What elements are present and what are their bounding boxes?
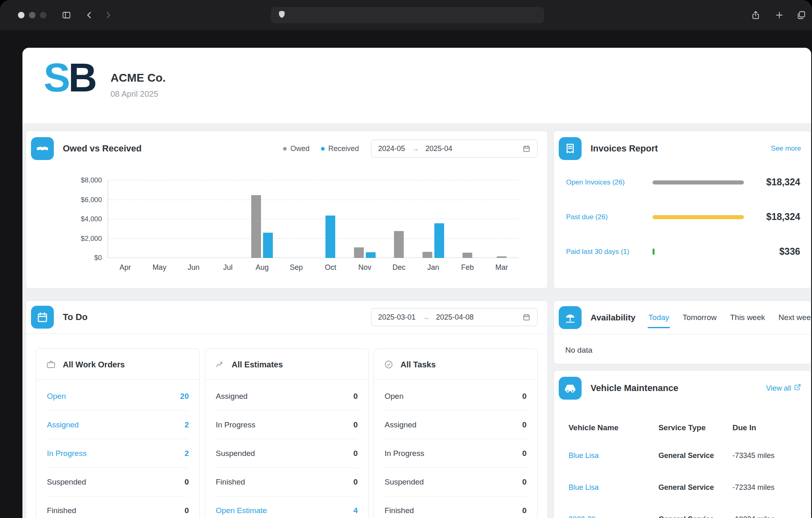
legend-label: Owed [290, 145, 310, 153]
todo-row: Assigned0 [216, 382, 358, 411]
vehicle-name-link[interactable]: 2023-20 [563, 503, 658, 518]
todo-row-label: In Progress [385, 449, 424, 458]
invoice-label-link[interactable]: Open Invoices (26) [566, 178, 653, 187]
todo-row[interactable]: Assigned2 [47, 411, 189, 439]
app-logo: SB [44, 58, 95, 98]
owed-vs-received-card: Owed vs Received OwedReceived 2024-05 → … [26, 131, 548, 289]
todo-card: To Do 2025-03-01 → 2025-04-08 All Work O… [26, 300, 548, 518]
vehicle-row: Blue LisaGeneral Service-73345 miles [563, 440, 802, 471]
invoice-label-link[interactable]: Past due (26) [566, 213, 653, 221]
todo-row-value: 0 [184, 506, 189, 515]
bar-group: Mar [485, 180, 519, 258]
todo-row[interactable]: In Progress2 [47, 439, 189, 468]
todo-row: Suspended0 [385, 468, 527, 496]
vehicle-due-in: -10234 miles [732, 503, 802, 518]
todo-panel: All Work OrdersOpen20Assigned2In Progres… [36, 349, 200, 518]
vehicle-name-link[interactable]: Blue Lisa [563, 440, 658, 471]
zoom-window-button[interactable] [40, 12, 46, 18]
availability-tab-tomorrow[interactable]: Tomorrow [683, 313, 717, 322]
vehicle-service-type: General Service [658, 440, 732, 471]
y-axis-tick-label: $2,000 [66, 235, 102, 243]
sidebar-toggle-icon [62, 10, 71, 21]
bar-group: Sep [279, 180, 314, 258]
bar-received [325, 216, 335, 258]
x-axis-tick-label: Aug [245, 263, 279, 272]
new-tab-button[interactable] [773, 9, 785, 22]
see-more-link[interactable]: See more [771, 145, 801, 153]
forward-button[interactable] [102, 9, 114, 22]
todo-rows: Open20Assigned2In Progress2Suspended0Fin… [36, 380, 199, 518]
x-axis-tick-label: Nov [347, 263, 382, 272]
sidebar-toggle-button[interactable] [60, 9, 73, 22]
vehicle-maintenance-card: Vehicle Maintenance View all Vehicle Nam… [553, 370, 811, 518]
x-axis-tick-label: Dec [382, 263, 416, 272]
back-icon [84, 10, 94, 21]
todo-row-label: Finished [385, 506, 414, 515]
invoice-rows: Open Invoices (26)$18,324Past due (26)$1… [554, 160, 811, 269]
close-window-button[interactable] [18, 12, 24, 18]
todo-panels: All Work OrdersOpen20Assigned2In Progres… [36, 349, 538, 518]
availability-tab-today[interactable]: Today [648, 313, 669, 322]
owed-card-header: Owed vs Received OwedReceived 2024-05 → … [26, 131, 547, 160]
todo-row-value: 0 [184, 478, 189, 487]
privacy-shield-icon[interactable] [277, 10, 286, 20]
todo-row-label: Suspended [385, 478, 424, 487]
x-axis-tick-label: Oct [314, 263, 348, 272]
availability-tab-next-week[interactable]: Next week [779, 313, 811, 322]
legend-dot [283, 147, 287, 151]
todo-row: Assigned0 [385, 411, 527, 439]
bar-group: Feb [450, 180, 485, 258]
x-axis-tick-label: May [142, 263, 177, 272]
todo-row-label: Open Estimate [216, 506, 267, 515]
bar-owed [251, 195, 261, 258]
todo-row-label: Finished [47, 506, 76, 515]
todo-row: Finished0 [385, 496, 527, 518]
address-bar[interactable] [271, 7, 544, 23]
y-axis-tick-label: $6,000 [66, 196, 102, 204]
todo-row-value: 0 [522, 449, 527, 458]
back-button[interactable] [83, 9, 95, 22]
invoice-progress-fill [653, 180, 744, 185]
x-axis-tick-label: Mar [485, 263, 519, 272]
briefcase-icon [46, 360, 56, 369]
todo-row: Suspended0 [216, 439, 358, 468]
share-button[interactable] [750, 9, 762, 22]
vehicle-service-type: General Service [658, 471, 732, 503]
invoice-progress-track [653, 215, 744, 219]
todo-row: In Progress0 [385, 439, 527, 468]
minimize-window-button[interactable] [29, 12, 35, 18]
todo-row[interactable]: Open Estimate4 [216, 496, 358, 518]
todo-row[interactable]: Open20 [47, 382, 189, 411]
tab-overview-button[interactable] [795, 9, 808, 22]
vehicle-table-body: Blue LisaGeneral Service-73345 milesBlue… [563, 440, 802, 518]
traffic-lights [18, 12, 46, 18]
availability-header: Availability TodayTomorrowThis weekNext … [554, 301, 811, 334]
bar-received [434, 223, 444, 258]
invoice-row: Past due (26)$18,324 [566, 200, 800, 234]
y-axis-tick-label: $8,000 [66, 176, 102, 185]
todo-row-value: 2 [184, 420, 189, 429]
todo-row-value: 0 [522, 420, 527, 429]
bar-owed [394, 231, 404, 258]
todo-row-value: 0 [522, 506, 527, 515]
logo-letter-b: B [68, 55, 95, 100]
legend-label: Received [328, 145, 359, 153]
todo-date-range-picker[interactable]: 2025-03-01 → 2025-04-08 [371, 308, 538, 326]
owed-date-range-picker[interactable]: 2024-05 → 2025-04 [371, 140, 538, 158]
vehicle-name-link[interactable]: Blue Lisa [563, 471, 658, 503]
availability-card: Availability TodayTomorrowThis weekNext … [553, 300, 811, 364]
bar-owed [423, 252, 432, 258]
vehicle-card-title: Vehicle Maintenance [591, 383, 678, 394]
company-name: ACME Co. [111, 71, 166, 84]
invoice-progress-track [653, 180, 744, 185]
view-all-link[interactable]: View all [766, 384, 801, 393]
invoices-card-title: Invoices Report [591, 143, 658, 154]
availability-tab-this-week[interactable]: This week [730, 313, 765, 322]
invoice-label-link[interactable]: Paid last 30 days (1) [566, 248, 653, 256]
beach-umbrella-icon [559, 306, 582, 329]
range-to: 2025-04 [425, 145, 452, 153]
logo-letter-s: S [44, 55, 68, 100]
browser-toolbar [0, 0, 812, 30]
vehicle-due-in: -73345 miles [732, 440, 802, 471]
bar-group: Aug [245, 180, 279, 258]
